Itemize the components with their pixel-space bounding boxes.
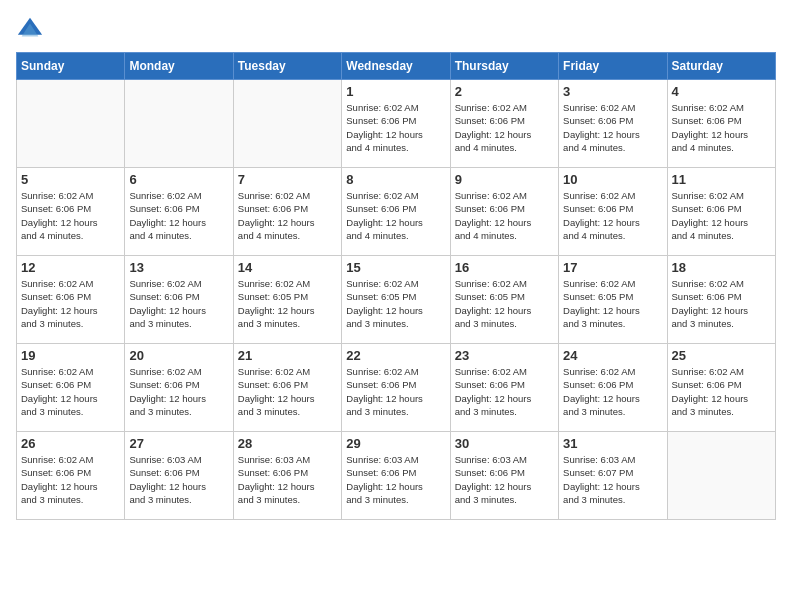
calendar-cell: 26Sunrise: 6:02 AM Sunset: 6:06 PM Dayli…	[17, 432, 125, 520]
calendar-cell: 14Sunrise: 6:02 AM Sunset: 6:05 PM Dayli…	[233, 256, 341, 344]
weekday-header-monday: Monday	[125, 53, 233, 80]
day-number: 31	[563, 436, 662, 451]
day-info: Sunrise: 6:02 AM Sunset: 6:06 PM Dayligh…	[455, 101, 554, 154]
day-info: Sunrise: 6:02 AM Sunset: 6:06 PM Dayligh…	[563, 189, 662, 242]
day-number: 3	[563, 84, 662, 99]
day-info: Sunrise: 6:02 AM Sunset: 6:06 PM Dayligh…	[455, 365, 554, 418]
day-number: 11	[672, 172, 771, 187]
day-info: Sunrise: 6:03 AM Sunset: 6:06 PM Dayligh…	[238, 453, 337, 506]
day-number: 26	[21, 436, 120, 451]
calendar-cell: 1Sunrise: 6:02 AM Sunset: 6:06 PM Daylig…	[342, 80, 450, 168]
day-number: 12	[21, 260, 120, 275]
calendar-cell: 30Sunrise: 6:03 AM Sunset: 6:06 PM Dayli…	[450, 432, 558, 520]
day-number: 25	[672, 348, 771, 363]
day-number: 29	[346, 436, 445, 451]
day-number: 28	[238, 436, 337, 451]
calendar-cell: 18Sunrise: 6:02 AM Sunset: 6:06 PM Dayli…	[667, 256, 775, 344]
day-number: 19	[21, 348, 120, 363]
day-info: Sunrise: 6:02 AM Sunset: 6:06 PM Dayligh…	[238, 365, 337, 418]
calendar-cell	[125, 80, 233, 168]
weekday-header-friday: Friday	[559, 53, 667, 80]
day-number: 13	[129, 260, 228, 275]
day-number: 30	[455, 436, 554, 451]
calendar-cell: 25Sunrise: 6:02 AM Sunset: 6:06 PM Dayli…	[667, 344, 775, 432]
calendar-cell: 23Sunrise: 6:02 AM Sunset: 6:06 PM Dayli…	[450, 344, 558, 432]
day-info: Sunrise: 6:03 AM Sunset: 6:07 PM Dayligh…	[563, 453, 662, 506]
calendar-week-row: 5Sunrise: 6:02 AM Sunset: 6:06 PM Daylig…	[17, 168, 776, 256]
calendar-cell: 16Sunrise: 6:02 AM Sunset: 6:05 PM Dayli…	[450, 256, 558, 344]
calendar-cell: 20Sunrise: 6:02 AM Sunset: 6:06 PM Dayli…	[125, 344, 233, 432]
day-info: Sunrise: 6:03 AM Sunset: 6:06 PM Dayligh…	[129, 453, 228, 506]
calendar-week-row: 26Sunrise: 6:02 AM Sunset: 6:06 PM Dayli…	[17, 432, 776, 520]
day-info: Sunrise: 6:02 AM Sunset: 6:06 PM Dayligh…	[672, 101, 771, 154]
day-number: 5	[21, 172, 120, 187]
day-number: 20	[129, 348, 228, 363]
weekday-header-sunday: Sunday	[17, 53, 125, 80]
day-info: Sunrise: 6:02 AM Sunset: 6:06 PM Dayligh…	[346, 365, 445, 418]
calendar-cell: 27Sunrise: 6:03 AM Sunset: 6:06 PM Dayli…	[125, 432, 233, 520]
day-number: 17	[563, 260, 662, 275]
day-number: 9	[455, 172, 554, 187]
day-number: 15	[346, 260, 445, 275]
calendar-cell: 13Sunrise: 6:02 AM Sunset: 6:06 PM Dayli…	[125, 256, 233, 344]
calendar-cell: 24Sunrise: 6:02 AM Sunset: 6:06 PM Dayli…	[559, 344, 667, 432]
calendar-week-row: 12Sunrise: 6:02 AM Sunset: 6:06 PM Dayli…	[17, 256, 776, 344]
header-row: SundayMondayTuesdayWednesdayThursdayFrid…	[17, 53, 776, 80]
calendar-cell: 3Sunrise: 6:02 AM Sunset: 6:06 PM Daylig…	[559, 80, 667, 168]
calendar-cell: 22Sunrise: 6:02 AM Sunset: 6:06 PM Dayli…	[342, 344, 450, 432]
day-info: Sunrise: 6:02 AM Sunset: 6:05 PM Dayligh…	[346, 277, 445, 330]
day-number: 22	[346, 348, 445, 363]
calendar-cell: 17Sunrise: 6:02 AM Sunset: 6:05 PM Dayli…	[559, 256, 667, 344]
weekday-header-tuesday: Tuesday	[233, 53, 341, 80]
calendar-cell: 29Sunrise: 6:03 AM Sunset: 6:06 PM Dayli…	[342, 432, 450, 520]
day-number: 4	[672, 84, 771, 99]
day-number: 14	[238, 260, 337, 275]
day-number: 21	[238, 348, 337, 363]
day-info: Sunrise: 6:02 AM Sunset: 6:06 PM Dayligh…	[346, 101, 445, 154]
calendar-cell: 11Sunrise: 6:02 AM Sunset: 6:06 PM Dayli…	[667, 168, 775, 256]
day-info: Sunrise: 6:02 AM Sunset: 6:06 PM Dayligh…	[129, 277, 228, 330]
calendar-cell	[233, 80, 341, 168]
calendar-cell: 15Sunrise: 6:02 AM Sunset: 6:05 PM Dayli…	[342, 256, 450, 344]
day-number: 23	[455, 348, 554, 363]
logo	[16, 16, 48, 44]
calendar-cell: 10Sunrise: 6:02 AM Sunset: 6:06 PM Dayli…	[559, 168, 667, 256]
calendar-table: SundayMondayTuesdayWednesdayThursdayFrid…	[16, 52, 776, 520]
day-info: Sunrise: 6:02 AM Sunset: 6:05 PM Dayligh…	[563, 277, 662, 330]
day-info: Sunrise: 6:02 AM Sunset: 6:06 PM Dayligh…	[21, 277, 120, 330]
day-info: Sunrise: 6:02 AM Sunset: 6:06 PM Dayligh…	[455, 189, 554, 242]
day-info: Sunrise: 6:02 AM Sunset: 6:06 PM Dayligh…	[21, 365, 120, 418]
day-info: Sunrise: 6:02 AM Sunset: 6:06 PM Dayligh…	[672, 189, 771, 242]
weekday-header-thursday: Thursday	[450, 53, 558, 80]
calendar-cell: 21Sunrise: 6:02 AM Sunset: 6:06 PM Dayli…	[233, 344, 341, 432]
day-info: Sunrise: 6:02 AM Sunset: 6:06 PM Dayligh…	[346, 189, 445, 242]
calendar-cell: 2Sunrise: 6:02 AM Sunset: 6:06 PM Daylig…	[450, 80, 558, 168]
calendar-cell: 8Sunrise: 6:02 AM Sunset: 6:06 PM Daylig…	[342, 168, 450, 256]
calendar-cell: 12Sunrise: 6:02 AM Sunset: 6:06 PM Dayli…	[17, 256, 125, 344]
calendar-week-row: 19Sunrise: 6:02 AM Sunset: 6:06 PM Dayli…	[17, 344, 776, 432]
day-info: Sunrise: 6:02 AM Sunset: 6:05 PM Dayligh…	[455, 277, 554, 330]
calendar-cell: 9Sunrise: 6:02 AM Sunset: 6:06 PM Daylig…	[450, 168, 558, 256]
day-info: Sunrise: 6:02 AM Sunset: 6:06 PM Dayligh…	[672, 277, 771, 330]
calendar-cell	[667, 432, 775, 520]
calendar-cell: 6Sunrise: 6:02 AM Sunset: 6:06 PM Daylig…	[125, 168, 233, 256]
day-info: Sunrise: 6:02 AM Sunset: 6:06 PM Dayligh…	[238, 189, 337, 242]
calendar-cell	[17, 80, 125, 168]
weekday-header-wednesday: Wednesday	[342, 53, 450, 80]
day-info: Sunrise: 6:02 AM Sunset: 6:06 PM Dayligh…	[21, 189, 120, 242]
calendar-cell: 28Sunrise: 6:03 AM Sunset: 6:06 PM Dayli…	[233, 432, 341, 520]
calendar-cell: 7Sunrise: 6:02 AM Sunset: 6:06 PM Daylig…	[233, 168, 341, 256]
calendar-cell: 4Sunrise: 6:02 AM Sunset: 6:06 PM Daylig…	[667, 80, 775, 168]
day-number: 1	[346, 84, 445, 99]
calendar-cell: 19Sunrise: 6:02 AM Sunset: 6:06 PM Dayli…	[17, 344, 125, 432]
day-number: 10	[563, 172, 662, 187]
day-info: Sunrise: 6:03 AM Sunset: 6:06 PM Dayligh…	[455, 453, 554, 506]
weekday-header-saturday: Saturday	[667, 53, 775, 80]
day-number: 24	[563, 348, 662, 363]
calendar-cell: 5Sunrise: 6:02 AM Sunset: 6:06 PM Daylig…	[17, 168, 125, 256]
day-number: 6	[129, 172, 228, 187]
day-number: 18	[672, 260, 771, 275]
day-info: Sunrise: 6:02 AM Sunset: 6:06 PM Dayligh…	[21, 453, 120, 506]
page-header	[16, 16, 776, 44]
day-number: 27	[129, 436, 228, 451]
